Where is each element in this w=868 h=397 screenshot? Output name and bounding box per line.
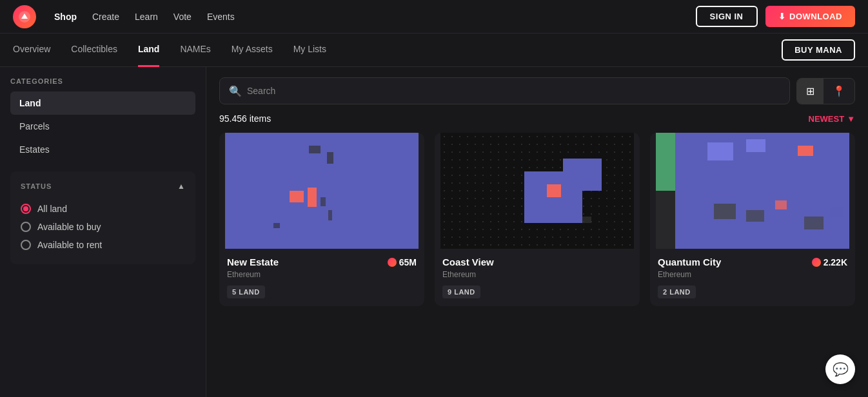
sidebar: CATEGORIES Land Parcels Estates STATUS ▲…	[0, 67, 206, 397]
card-new-estate[interactable]: New Estate 65M Ethereum 5 LAND	[219, 133, 424, 306]
card-badge-new-estate: 5 LAND	[227, 286, 265, 298]
chevron-up-icon[interactable]: ▲	[177, 182, 185, 191]
card-price-quantum-city: 2.22K	[812, 257, 847, 267]
map-icon: 📍	[833, 86, 845, 97]
sort-chevron-icon: ▼	[847, 114, 855, 124]
mana-icon	[388, 258, 397, 267]
nav-vote[interactable]: Vote	[173, 12, 192, 22]
chat-bubble[interactable]: 💬	[825, 354, 855, 384]
nav-events[interactable]: Events	[207, 12, 235, 22]
cards-grid: New Estate 65M Ethereum 5 LAND	[219, 133, 855, 306]
card-badge-quantum-city: 2 LAND	[658, 286, 696, 298]
download-button[interactable]: ⬇ DOWNLOAD	[765, 6, 856, 27]
search-row: 🔍 ⊞ 📍	[219, 77, 855, 104]
svg-rect-6	[321, 197, 326, 206]
tab-my-assets[interactable]: My Assets	[232, 34, 273, 67]
status-label: STATUS	[21, 182, 52, 190]
status-available-buy[interactable]: Available to buy	[21, 218, 185, 236]
results-count: 95.456 items	[219, 113, 271, 124]
svg-rect-22	[798, 146, 813, 156]
svg-rect-7	[328, 210, 332, 220]
card-image-coast-view	[435, 133, 640, 249]
card-title-new-estate: New Estate	[227, 257, 279, 267]
status-available-rent[interactable]: Available to rent	[21, 236, 185, 254]
radio-all-land	[21, 204, 31, 214]
nav-shop[interactable]: Shop	[54, 12, 77, 22]
top-nav: Shop Create Learn Vote Events SIGN IN ⬇ …	[0, 0, 868, 34]
svg-rect-18	[656, 191, 675, 249]
status-all-land[interactable]: All land	[21, 200, 185, 218]
grid-icon: ⊞	[806, 86, 814, 97]
card-image-quantum-city	[650, 133, 855, 249]
categories-section: CATEGORIES Land Parcels Estates	[10, 77, 195, 161]
download-icon: ⬇	[778, 12, 786, 21]
status-section: STATUS ▲ All land Available to buy Avail…	[10, 171, 195, 264]
radio-available-buy	[21, 222, 31, 232]
card-chain-coast-view: Ethereum	[442, 270, 632, 279]
card-quantum-city[interactable]: Quantum City 2.22K Ethereum 2 LAND	[650, 133, 855, 306]
card-title-quantum-city: Quantum City	[658, 257, 721, 267]
card-badge-coast-view: 9 LAND	[442, 286, 480, 298]
category-land[interactable]: Land	[10, 92, 195, 115]
card-title-coast-view: Coast View	[442, 257, 494, 267]
card-chain-new-estate: Ethereum	[227, 270, 417, 279]
chat-icon: 💬	[833, 362, 849, 377]
search-icon: 🔍	[229, 85, 242, 97]
svg-rect-20	[707, 142, 733, 160]
svg-rect-2	[309, 146, 321, 153]
card-info-coast-view: Coast View Ethereum 9 LAND	[435, 249, 640, 306]
categories-label: CATEGORIES	[10, 77, 195, 85]
nav-learn[interactable]: Learn	[135, 12, 158, 22]
tab-land[interactable]: Land	[138, 34, 159, 67]
svg-rect-23	[714, 204, 736, 219]
svg-rect-4	[290, 191, 304, 202]
app-logo[interactable]	[13, 5, 36, 28]
tab-collectibles[interactable]: Collectibles	[71, 34, 117, 67]
category-estates[interactable]: Estates	[10, 138, 195, 161]
nav-create[interactable]: Create	[92, 12, 119, 22]
svg-rect-16	[656, 133, 675, 191]
card-chain-quantum-city: Ethereum	[658, 270, 847, 279]
card-image-new-estate	[219, 133, 424, 249]
svg-rect-3	[327, 152, 333, 164]
svg-rect-5	[308, 188, 317, 207]
svg-rect-25	[775, 200, 787, 209]
svg-rect-27	[830, 207, 843, 217]
svg-rect-21	[746, 139, 765, 152]
mana-icon-qc	[812, 258, 821, 267]
sort-button[interactable]: NEWEST ▼	[809, 114, 856, 124]
tab-my-lists[interactable]: My Lists	[293, 34, 326, 67]
card-info-quantum-city: Quantum City 2.22K Ethereum 2 LAND	[650, 249, 855, 306]
svg-rect-14	[547, 184, 561, 197]
results-row: 95.456 items NEWEST ▼	[219, 113, 855, 124]
radio-available-rent	[21, 240, 31, 250]
status-header: STATUS ▲	[21, 182, 185, 191]
svg-rect-24	[746, 210, 764, 222]
card-info-new-estate: New Estate 65M Ethereum 5 LAND	[219, 249, 424, 306]
card-coast-view[interactable]: Coast View Ethereum 9 LAND	[435, 133, 640, 306]
search-input[interactable]	[247, 86, 780, 96]
grid-view-button[interactable]: ⊞	[797, 79, 824, 104]
main-layout: CATEGORIES Land Parcels Estates STATUS ▲…	[0, 67, 868, 397]
sign-in-button[interactable]: SIGN IN	[696, 6, 758, 27]
search-bar: 🔍	[219, 77, 790, 104]
svg-rect-13	[563, 159, 602, 191]
secondary-nav: Overview Collectibles Land NAMEs My Asse…	[0, 34, 868, 67]
svg-rect-26	[804, 217, 824, 229]
main-content: 🔍 ⊞ 📍 95.456 items NEWEST ▼	[206, 67, 868, 397]
svg-rect-8	[273, 223, 280, 228]
svg-rect-1	[225, 133, 419, 249]
tab-overview[interactable]: Overview	[13, 34, 50, 67]
tab-names[interactable]: NAMEs	[180, 34, 210, 67]
buy-mana-button[interactable]: BUY MANA	[782, 39, 855, 61]
svg-rect-15	[582, 217, 591, 223]
card-price-new-estate: 65M	[388, 257, 417, 267]
top-nav-links: Shop Create Learn Vote Events	[54, 12, 678, 22]
map-view-button[interactable]: 📍	[824, 79, 854, 104]
category-parcels[interactable]: Parcels	[10, 115, 195, 138]
top-nav-actions: SIGN IN ⬇ DOWNLOAD	[696, 6, 855, 27]
view-toggle: ⊞ 📍	[796, 78, 855, 104]
